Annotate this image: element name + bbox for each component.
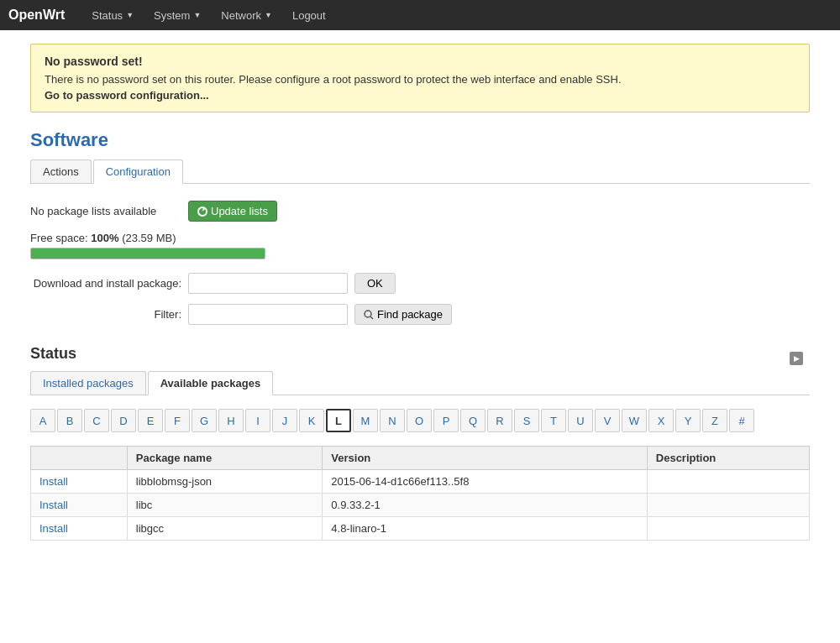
col-package-name: Package name — [127, 447, 323, 470]
pkg-version: 4.8-linaro-1 — [323, 517, 647, 541]
nav-status-arrow: ▼ — [126, 11, 134, 19]
package-table: Package name Version Description Install… — [30, 446, 810, 541]
col-description: Description — [647, 447, 809, 470]
warning-title: No password set! — [45, 55, 795, 68]
col-action — [31, 447, 128, 470]
free-space-row: Free space: 100% (23.59 MB) — [30, 232, 810, 259]
alpha-btn-h[interactable]: H — [218, 409, 244, 432]
alpha-btn-d[interactable]: D — [111, 409, 136, 432]
update-lists-button[interactable]: Update lists — [188, 201, 277, 222]
col-version: Version — [323, 447, 647, 470]
find-package-button[interactable]: Find package — [354, 304, 452, 325]
pkg-version: 2015-06-14-d1c66ef113..5f8 — [323, 470, 647, 494]
collapse-icon[interactable]: ▶ — [790, 352, 803, 365]
alpha-btn-k[interactable]: K — [299, 409, 324, 432]
svg-point-1 — [365, 311, 371, 317]
nav-network-arrow: ▼ — [265, 11, 272, 19]
package-name-input[interactable] — [188, 273, 348, 294]
free-space-progress-fill — [31, 248, 265, 259]
table-row: Install libgcc 4.8-linaro-1 — [31, 517, 810, 541]
pkg-name: libc — [127, 494, 323, 517]
nav-system-arrow: ▼ — [193, 11, 201, 19]
svg-point-0 — [198, 207, 207, 216]
download-row: Download and install package: OK — [30, 273, 810, 294]
alpha-btn-m[interactable]: M — [353, 409, 378, 432]
refresh-icon — [197, 206, 207, 217]
alpha-btn-i[interactable]: I — [245, 409, 270, 432]
alpha-btn-a[interactable]: A — [30, 409, 55, 432]
svg-line-2 — [370, 316, 373, 319]
alpha-btn-j[interactable]: J — [272, 409, 297, 432]
status-title: Status — [30, 345, 810, 363]
brand-logo[interactable]: OpenWrt — [8, 8, 65, 23]
free-space-progress — [30, 248, 265, 259]
alpha-btn-z[interactable]: Z — [702, 409, 727, 432]
table-row: Install libc 0.9.33.2-1 — [31, 494, 810, 517]
package-lists-row: No package lists available Update lists — [30, 201, 810, 222]
alpha-btn-v[interactable]: V — [595, 409, 620, 432]
navbar: OpenWrt Status ▼ System ▼ Network ▼ Logo… — [0, 0, 840, 30]
alpha-btn-c[interactable]: C — [84, 409, 109, 432]
alpha-btn-o[interactable]: O — [407, 409, 432, 432]
tabs-bar: Actions Configuration — [30, 159, 810, 184]
alpha-btn-q[interactable]: Q — [460, 409, 486, 432]
table-row: Install libblobmsg-json 2015-06-14-d1c66… — [31, 470, 810, 494]
pkg-name: libblobmsg-json — [127, 470, 323, 494]
nav-logout[interactable]: Logout — [282, 3, 336, 29]
alpha-btn-y[interactable]: Y — [675, 409, 701, 432]
password-config-link[interactable]: Go to password configuration... — [45, 89, 209, 102]
filter-label: Filter: — [30, 308, 181, 321]
alpha-btn-p[interactable]: P — [433, 409, 459, 432]
install-link[interactable]: Install — [39, 522, 68, 535]
pkg-description — [647, 517, 809, 541]
alpha-btn-e[interactable]: E — [138, 409, 163, 432]
free-space-detail: (23.59 MB) — [122, 232, 176, 244]
alpha-btn-w[interactable]: W — [622, 409, 647, 432]
download-label: Download and install package: — [30, 277, 181, 290]
alpha-btn-n[interactable]: N — [380, 409, 405, 432]
pkg-name: libgcc — [127, 517, 323, 541]
alpha-btn-u[interactable]: U — [568, 409, 593, 432]
free-space-pct: 100% — [91, 232, 118, 244]
tab-installed-packages[interactable]: Installed packages — [30, 371, 146, 395]
tab-configuration[interactable]: Configuration — [93, 159, 183, 184]
alpha-btn-f[interactable]: F — [165, 409, 190, 432]
alpha-btn-s[interactable]: S — [514, 409, 539, 432]
pkg-version: 0.9.33.2-1 — [323, 494, 647, 517]
pkg-description — [647, 494, 809, 517]
content-area: No password set! There is no password se… — [17, 30, 823, 554]
alpha-btn-x[interactable]: X — [648, 409, 674, 432]
warning-text: There is no password set on this router.… — [45, 73, 795, 86]
alpha-btn-#[interactable]: # — [729, 409, 754, 432]
alpha-btn-t[interactable]: T — [541, 409, 566, 432]
free-space-label: Free space: 100% (23.59 MB) — [30, 232, 810, 244]
tab-actions[interactable]: Actions — [30, 159, 92, 183]
status-tabs-bar: Installed packages Available packages — [30, 371, 810, 395]
tab-available-packages[interactable]: Available packages — [148, 371, 273, 395]
alpha-btn-b[interactable]: B — [57, 409, 82, 432]
nav-status[interactable]: Status ▼ — [81, 3, 144, 29]
ok-button[interactable]: OK — [354, 273, 396, 294]
nav-items: Status ▼ System ▼ Network ▼ Logout — [81, 3, 335, 29]
search-icon — [364, 310, 374, 320]
actions-section: No package lists available Update lists … — [30, 201, 810, 325]
install-link[interactable]: Install — [39, 499, 68, 511]
package-lists-label: No package lists available — [30, 205, 181, 217]
filter-row: Filter: Find package — [30, 304, 810, 325]
nav-system[interactable]: System ▼ — [144, 3, 211, 29]
install-link[interactable]: Install — [39, 475, 68, 488]
pkg-description — [647, 470, 809, 494]
warning-box: No password set! There is no password se… — [30, 44, 810, 112]
filter-input[interactable] — [188, 304, 348, 325]
status-section: Status ▶ Installed packages Available pa… — [30, 345, 810, 541]
alpha-btn-r[interactable]: R — [487, 409, 512, 432]
nav-network[interactable]: Network ▼ — [211, 3, 282, 29]
alphabet-nav: ABCDEFGHIJKLMNOPQRSTUVWXYZ# — [30, 409, 810, 432]
alpha-btn-l[interactable]: L — [326, 409, 351, 432]
alpha-btn-g[interactable]: G — [192, 409, 217, 432]
page-title: Software — [30, 129, 810, 151]
